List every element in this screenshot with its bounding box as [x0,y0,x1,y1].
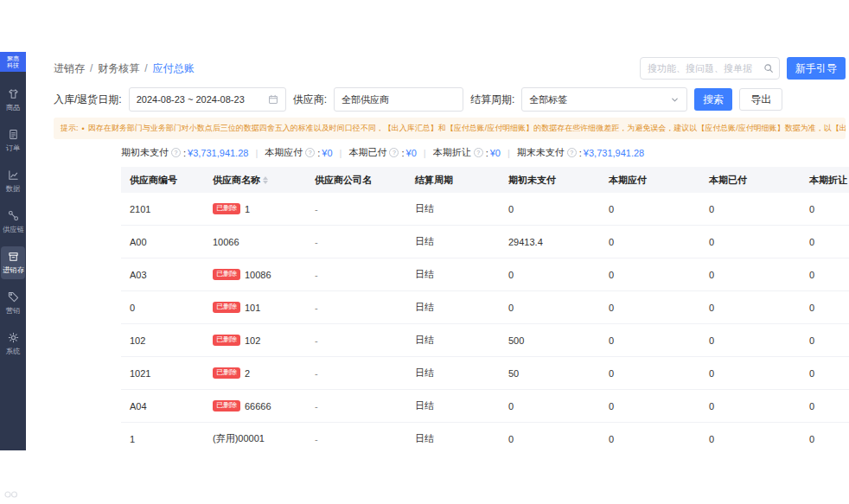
cycle-select[interactable]: 全部标签 [521,87,687,112]
sidebar-item-label: 商品 [6,103,21,113]
info-icon[interactable]: ? [389,148,399,157]
notice-label: 提示: [61,123,79,134]
cell-current-paid: 0 [700,357,801,389]
deleted-badge: 已删除 [213,400,240,411]
cell-settle-cycle: 日结 [406,423,500,450]
cell-current-paid: 0 [700,291,801,323]
global-search-input[interactable] [648,63,763,73]
cell-current-discount: 0 [801,291,849,323]
summary-label: 本期应付 [265,146,303,159]
sidebar-item-supply-chain[interactable]: 供应链 [1,206,25,239]
cell-company-name: - [306,324,406,356]
cell-supplier-code: A03 [121,258,204,290]
table-row[interactable]: 1 (弃用)00001 - 日结 0 0 0 0 [121,423,849,450]
breadcrumb-separator: / [90,62,93,74]
topbar-right: 新手引导 [640,57,846,80]
search-button[interactable]: 搜索 [694,88,732,111]
search-icon[interactable] [763,63,774,73]
cell-supplier-code: 1 [121,423,204,450]
cell-current-paid: 0 [700,423,801,450]
order-icon [8,129,19,140]
cell-current-discount: 0 [801,423,849,450]
cell-opening-unpaid: 0 [500,423,600,450]
cell-opening-unpaid: 29413.4 [500,226,600,258]
summary-label: 本期折让 [433,146,471,159]
table-row[interactable]: A04 已删除 66666 - 日结 0 0 0 0 [121,390,849,423]
info-icon[interactable]: ? [474,148,483,157]
system-icon [8,332,19,343]
supplier-name-text: 1 [245,204,250,214]
main-content: 进销存 / 财务核算 / 应付总账 新手引导 入库/退货日期: 2024-0 [26,52,849,450]
cell-supplier-code: 2101 [121,193,204,225]
cell-supplier-name: 已删除 66666 [204,390,306,422]
info-icon[interactable]: ? [567,148,577,157]
table-row[interactable]: 102 已删除 102 - 日结 500 0 0 0 [121,324,849,357]
sidebar-item-system[interactable]: 系统 [1,328,25,360]
sidebar-item-label: 供应链 [3,225,24,235]
payable-ledger-table: 供应商编号 供应商名称 供应商公司名 结算周期 期初未支付 本期应付 本期已付 … [121,167,849,450]
goods-icon [8,88,19,99]
cell-current-payable: 0 [600,423,700,450]
breadcrumb-current-page: 应付总账 [153,61,195,76]
sort-icon[interactable] [263,176,268,184]
table-row[interactable]: 1021 已删除 2 - 日结 50 0 0 0 [121,357,849,390]
cell-supplier-name: 已删除 101 [204,291,306,323]
column-header-opening-unpaid: 期初未支付 [500,167,600,193]
table-row[interactable]: 0 已删除 101 - 日结 0 0 0 0 [121,291,849,324]
sidebar-item-inventory[interactable]: 进销存 [1,246,25,279]
supplier-name-text: 101 [245,303,260,313]
cell-current-paid: 0 [700,324,801,356]
info-icon[interactable]: ? [171,148,181,157]
column-header-current-payable: 本期应付 [600,167,700,193]
breadcrumb-inventory[interactable]: 进销存 [54,61,85,76]
cell-opening-unpaid: 0 [500,193,600,225]
supplier-name-text: (弃用)00001 [213,432,265,445]
chevron-down-icon [670,95,680,105]
cell-current-discount: 0 [801,390,849,422]
cycle-filter-label: 结算周期: [470,93,514,107]
cell-opening-unpaid: 0 [500,390,600,422]
cell-settle-cycle: 日结 [406,226,500,258]
column-header-current-discount: 本期折让 [801,167,849,193]
supplier-input[interactable]: 全部供应商 [334,87,463,112]
table-row[interactable]: 2101 已删除 1 - 日结 0 0 0 0 [121,193,849,226]
cell-current-payable: 0 [600,226,700,258]
cell-supplier-name: 已删除 102 [204,324,306,356]
calendar-icon[interactable] [268,94,278,105]
sidebar-item-data[interactable]: 数据 [1,165,25,198]
cell-current-discount: 0 [801,258,849,290]
marketing-icon [8,291,19,303]
supplier-name-text: 2 [245,368,250,379]
cell-current-payable: 0 [600,193,700,225]
breadcrumb-finance[interactable]: 财务核算 [98,61,139,76]
sidebar-item-label: 营销 [6,306,21,316]
cell-settle-cycle: 日结 [406,291,500,323]
sidebar-item-goods[interactable]: 商品 [1,84,25,117]
summary-ending-unpaid: 期末未支付 ? : ¥3,731,941.28 [517,146,644,159]
deleted-badge: 已删除 [213,335,240,346]
info-icon[interactable]: ? [305,148,315,157]
column-header-supplier-code: 供应商编号 [121,167,204,193]
summary-divider: | [507,148,510,158]
cell-settle-cycle: 日结 [406,390,500,422]
guide-button[interactable]: 新手引导 [787,57,846,80]
export-button[interactable]: 导出 [739,88,782,111]
table-row[interactable]: A00 10066 - 日结 29413.4 0 0 0 [121,226,849,258]
cell-company-name: - [306,291,406,323]
table-body: 2101 已删除 1 - 日结 0 0 0 0 [121,193,849,450]
cell-settle-cycle: 日结 [406,258,500,290]
table-row[interactable]: A03 已删除 10086 - 日结 0 0 0 0 [121,258,849,291]
sidebar-item-orders[interactable]: 订单 [1,124,25,157]
date-range-input[interactable]: 2024-08-23 ~ 2024-08-23 [129,87,286,112]
app-logo[interactable]: 聚惠科技 [0,52,26,72]
cell-company-name: - [306,226,406,258]
deleted-badge: 已删除 [213,302,240,313]
cell-current-payable: 0 [600,357,700,389]
sidebar-item-marketing[interactable]: 营销 [1,287,25,320]
cell-supplier-code: 0 [121,291,204,323]
deleted-badge: 已删除 [213,203,240,214]
inventory-icon [8,251,19,262]
chat-helper-icon[interactable] [4,487,18,502]
column-header-company-name: 供应商公司名 [306,167,406,193]
column-header-supplier-name[interactable]: 供应商名称 [204,167,306,193]
